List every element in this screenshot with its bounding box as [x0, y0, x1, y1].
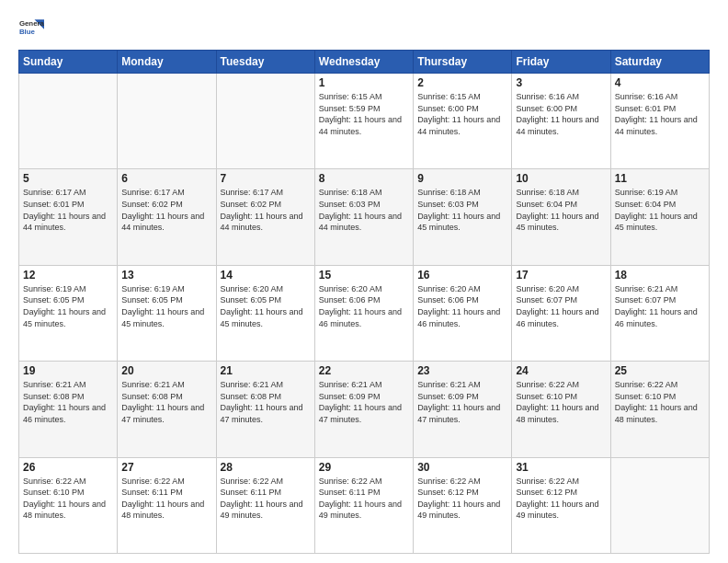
day-info: Sunrise: 6:21 AMSunset: 6:08 PMDaylight:… [221, 379, 311, 425]
day-info: Sunrise: 6:19 AMSunset: 6:05 PMDaylight:… [23, 283, 113, 329]
week-row-1: 1Sunrise: 6:15 AMSunset: 5:59 PMDaylight… [19, 74, 710, 169]
day-info: Sunrise: 6:20 AMSunset: 6:05 PMDaylight:… [221, 283, 311, 329]
day-number: 25 [615, 364, 705, 377]
day-info: Sunrise: 6:17 AMSunset: 6:01 PMDaylight:… [23, 187, 113, 233]
weekday-header-friday: Friday [512, 51, 610, 74]
day-info: Sunrise: 6:17 AMSunset: 6:02 PMDaylight:… [221, 187, 311, 233]
calendar-cell: 27Sunrise: 6:22 AMSunset: 6:11 PMDayligh… [118, 457, 216, 553]
day-number: 22 [319, 364, 409, 377]
day-number: 1 [319, 76, 409, 89]
calendar-cell: 16Sunrise: 6:20 AMSunset: 6:06 PMDayligh… [414, 265, 512, 361]
calendar-cell: 4Sunrise: 6:16 AMSunset: 6:01 PMDaylight… [610, 74, 709, 169]
week-row-5: 26Sunrise: 6:22 AMSunset: 6:10 PMDayligh… [19, 457, 710, 553]
day-number: 9 [417, 172, 507, 185]
day-number: 26 [23, 461, 113, 474]
day-number: 14 [221, 269, 311, 282]
day-number: 19 [23, 364, 113, 377]
day-info: Sunrise: 6:22 AMSunset: 6:10 PMDaylight:… [615, 379, 705, 425]
calendar-cell: 7Sunrise: 6:17 AMSunset: 6:02 PMDaylight… [216, 169, 314, 265]
weekday-header-sunday: Sunday [19, 51, 118, 74]
day-info: Sunrise: 6:17 AMSunset: 6:02 PMDaylight:… [121, 187, 211, 233]
day-info: Sunrise: 6:22 AMSunset: 6:11 PMDaylight:… [319, 476, 409, 522]
calendar-cell: 21Sunrise: 6:21 AMSunset: 6:08 PMDayligh… [216, 362, 314, 457]
day-info: Sunrise: 6:19 AMSunset: 6:05 PMDaylight:… [121, 283, 211, 329]
day-info: Sunrise: 6:22 AMSunset: 6:12 PMDaylight:… [417, 476, 507, 522]
day-number: 31 [516, 461, 606, 474]
calendar-cell: 17Sunrise: 6:20 AMSunset: 6:07 PMDayligh… [512, 265, 610, 361]
day-info: Sunrise: 6:20 AMSunset: 6:06 PMDaylight:… [319, 283, 409, 329]
calendar-cell: 18Sunrise: 6:21 AMSunset: 6:07 PMDayligh… [610, 265, 709, 361]
page: General Blue SundayMondayTuesdayWednesda… [0, 0, 728, 563]
day-number: 28 [221, 461, 311, 474]
weekday-header-row: SundayMondayTuesdayWednesdayThursdayFrid… [19, 51, 710, 74]
weekday-header-monday: Monday [118, 51, 216, 74]
header: General Blue [18, 15, 710, 40]
day-number: 3 [516, 76, 606, 89]
calendar-cell: 2Sunrise: 6:15 AMSunset: 6:00 PMDaylight… [414, 74, 512, 169]
day-info: Sunrise: 6:22 AMSunset: 6:10 PMDaylight:… [516, 379, 606, 425]
day-number: 13 [121, 269, 211, 282]
calendar-cell: 25Sunrise: 6:22 AMSunset: 6:10 PMDayligh… [610, 362, 709, 457]
day-info: Sunrise: 6:18 AMSunset: 6:03 PMDaylight:… [417, 187, 507, 233]
day-number: 12 [23, 269, 113, 282]
day-number: 24 [516, 364, 606, 377]
calendar-table: SundayMondayTuesdayWednesdayThursdayFrid… [18, 50, 710, 554]
day-info: Sunrise: 6:21 AMSunset: 6:07 PMDaylight:… [615, 283, 705, 329]
day-number: 4 [615, 76, 705, 89]
calendar-cell: 8Sunrise: 6:18 AMSunset: 6:03 PMDaylight… [314, 169, 413, 265]
weekday-header-tuesday: Tuesday [216, 51, 314, 74]
day-number: 18 [615, 269, 705, 282]
day-info: Sunrise: 6:16 AMSunset: 6:00 PMDaylight:… [516, 91, 606, 137]
day-number: 11 [615, 172, 705, 185]
day-info: Sunrise: 6:22 AMSunset: 6:12 PMDaylight:… [516, 476, 606, 522]
weekday-header-thursday: Thursday [414, 51, 512, 74]
day-info: Sunrise: 6:22 AMSunset: 6:11 PMDaylight:… [221, 476, 311, 522]
day-info: Sunrise: 6:16 AMSunset: 6:01 PMDaylight:… [615, 91, 705, 137]
calendar-cell [610, 457, 709, 553]
week-row-2: 5Sunrise: 6:17 AMSunset: 6:01 PMDaylight… [19, 169, 710, 265]
day-number: 6 [121, 172, 211, 185]
calendar-cell: 10Sunrise: 6:18 AMSunset: 6:04 PMDayligh… [512, 169, 610, 265]
calendar-cell: 29Sunrise: 6:22 AMSunset: 6:11 PMDayligh… [314, 457, 413, 553]
calendar-cell: 1Sunrise: 6:15 AMSunset: 5:59 PMDaylight… [314, 74, 413, 169]
svg-text:Blue: Blue [19, 28, 36, 36]
day-number: 5 [23, 172, 113, 185]
day-number: 2 [417, 76, 507, 89]
calendar-cell: 20Sunrise: 6:21 AMSunset: 6:08 PMDayligh… [118, 362, 216, 457]
calendar-cell [216, 74, 314, 169]
logo-icon: General Blue [18, 15, 44, 40]
weekday-header-wednesday: Wednesday [314, 51, 413, 74]
calendar-cell: 23Sunrise: 6:21 AMSunset: 6:09 PMDayligh… [414, 362, 512, 457]
day-info: Sunrise: 6:22 AMSunset: 6:10 PMDaylight:… [23, 476, 113, 522]
day-number: 10 [516, 172, 606, 185]
day-info: Sunrise: 6:15 AMSunset: 5:59 PMDaylight:… [319, 91, 409, 137]
calendar-cell [19, 74, 118, 169]
day-info: Sunrise: 6:18 AMSunset: 6:04 PMDaylight:… [516, 187, 606, 233]
day-number: 17 [516, 269, 606, 282]
calendar-cell [118, 74, 216, 169]
day-number: 20 [121, 364, 211, 377]
calendar-cell: 11Sunrise: 6:19 AMSunset: 6:04 PMDayligh… [610, 169, 709, 265]
day-info: Sunrise: 6:20 AMSunset: 6:06 PMDaylight:… [417, 283, 507, 329]
day-info: Sunrise: 6:20 AMSunset: 6:07 PMDaylight:… [516, 283, 606, 329]
day-info: Sunrise: 6:18 AMSunset: 6:03 PMDaylight:… [319, 187, 409, 233]
day-info: Sunrise: 6:21 AMSunset: 6:09 PMDaylight:… [417, 379, 507, 425]
day-info: Sunrise: 6:21 AMSunset: 6:08 PMDaylight:… [121, 379, 211, 425]
day-number: 27 [121, 461, 211, 474]
calendar-cell: 12Sunrise: 6:19 AMSunset: 6:05 PMDayligh… [19, 265, 118, 361]
calendar-cell: 14Sunrise: 6:20 AMSunset: 6:05 PMDayligh… [216, 265, 314, 361]
week-row-4: 19Sunrise: 6:21 AMSunset: 6:08 PMDayligh… [19, 362, 710, 457]
calendar-cell: 3Sunrise: 6:16 AMSunset: 6:00 PMDaylight… [512, 74, 610, 169]
calendar-cell: 19Sunrise: 6:21 AMSunset: 6:08 PMDayligh… [19, 362, 118, 457]
svg-text:General: General [19, 19, 44, 28]
day-info: Sunrise: 6:21 AMSunset: 6:09 PMDaylight:… [319, 379, 409, 425]
calendar-cell: 13Sunrise: 6:19 AMSunset: 6:05 PMDayligh… [118, 265, 216, 361]
day-info: Sunrise: 6:15 AMSunset: 6:00 PMDaylight:… [417, 91, 507, 137]
calendar-cell: 15Sunrise: 6:20 AMSunset: 6:06 PMDayligh… [314, 265, 413, 361]
calendar-cell: 5Sunrise: 6:17 AMSunset: 6:01 PMDaylight… [19, 169, 118, 265]
day-number: 21 [221, 364, 311, 377]
calendar-cell: 22Sunrise: 6:21 AMSunset: 6:09 PMDayligh… [314, 362, 413, 457]
day-number: 8 [319, 172, 409, 185]
day-info: Sunrise: 6:19 AMSunset: 6:04 PMDaylight:… [615, 187, 705, 233]
weekday-header-saturday: Saturday [610, 51, 709, 74]
